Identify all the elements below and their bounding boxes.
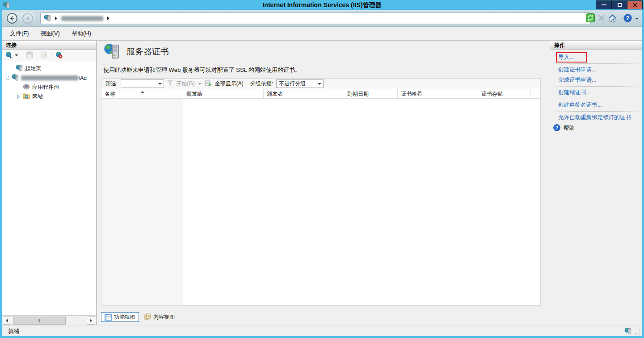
tab-features-view[interactable]: 功能视图 bbox=[101, 312, 139, 322]
sort-ascending-icon bbox=[141, 91, 144, 93]
tree-item-label: 起始页 bbox=[25, 65, 41, 72]
column-header-issued-by[interactable]: 颁发者 bbox=[264, 89, 344, 98]
column-header-name[interactable]: 名称 bbox=[101, 89, 183, 98]
forward-arrow-icon bbox=[25, 15, 31, 21]
nav-button-group bbox=[4, 12, 37, 25]
maximize-icon bbox=[618, 3, 622, 7]
disconnect-button[interactable] bbox=[55, 51, 63, 60]
column-label: 证书哈希 bbox=[401, 91, 422, 97]
filter-separator bbox=[247, 80, 247, 88]
iis-app-icon bbox=[3, 1, 10, 10]
column-header-filler bbox=[531, 89, 540, 98]
filter-caret-icon[interactable] bbox=[158, 83, 162, 85]
help-button[interactable]: ? bbox=[623, 14, 632, 24]
connections-tree: 起始页 \Ad 应用程序池 网站 bbox=[2, 62, 96, 315]
breadcrumb-arrow-icon[interactable] bbox=[55, 17, 57, 20]
action-create-self-signed-certificate[interactable]: 创建自签名证书... bbox=[550, 100, 642, 110]
certificates-list-empty[interactable] bbox=[101, 99, 540, 305]
action-label: 创建域证书... bbox=[558, 89, 591, 96]
action-complete-certificate-request[interactable]: 完成证书申请... bbox=[550, 75, 642, 85]
group-by-select[interactable]: 不进行分组 bbox=[276, 79, 324, 88]
minimize-button[interactable] bbox=[596, 0, 611, 9]
page-title: 服务器证书 bbox=[126, 46, 169, 58]
menu-file[interactable]: 文件(F) bbox=[10, 29, 29, 38]
connections-toolbar bbox=[2, 50, 96, 61]
actions-separator bbox=[550, 86, 642, 87]
column-header-cert-hash[interactable]: 证书哈希 bbox=[398, 89, 478, 98]
action-label: 导入... bbox=[558, 54, 574, 60]
title-bar: Internet Information Services (IIS)管理器 bbox=[0, 0, 644, 10]
action-create-certificate-request[interactable]: 创建证书申请... bbox=[550, 65, 642, 75]
menu-help[interactable]: 帮助(H) bbox=[72, 29, 91, 38]
action-label: 帮助 bbox=[564, 125, 575, 132]
column-header-cert-store[interactable]: 证书存储 bbox=[478, 89, 531, 98]
create-connection-button[interactable] bbox=[5, 51, 13, 60]
expander-expanded-icon[interactable] bbox=[5, 76, 9, 80]
status-bar: 就绪 bbox=[2, 325, 642, 336]
scroll-right-icon bbox=[90, 319, 92, 322]
column-label: 颁发给 bbox=[186, 91, 202, 97]
tab-label: 内容视图 bbox=[153, 313, 175, 321]
action-import[interactable]: 导入... bbox=[550, 52, 642, 63]
scroll-left-button[interactable] bbox=[3, 317, 11, 325]
address-bar-tools: ? bbox=[586, 13, 639, 24]
actions-panel-header: 操作 bbox=[550, 41, 642, 50]
tree-item-start-page[interactable]: 起始页 bbox=[2, 64, 96, 73]
content-view-icon bbox=[144, 313, 151, 321]
server-name-suffix: \Ad bbox=[79, 75, 87, 81]
certificates-list-block: 筛选: 开始(G) 全部显示(A) 分组依据: 不进行分组 bbox=[101, 78, 541, 306]
action-enable-auto-rebind[interactable]: 允许自动重新绑定续订的证书 bbox=[550, 113, 642, 123]
menu-view[interactable]: 视图(V) bbox=[41, 29, 60, 38]
action-label: 创建证书申请... bbox=[558, 67, 596, 73]
group-by-label: 分组依据: bbox=[250, 80, 273, 88]
actions-list: 导入... 创建证书申请... 完成证书申请... 创建域证书... 创建自签名… bbox=[550, 50, 642, 134]
help-dropdown-caret-icon[interactable] bbox=[635, 18, 639, 20]
refresh-button[interactable] bbox=[586, 13, 595, 24]
breadcrumb-arrow-icon[interactable] bbox=[107, 17, 109, 20]
tab-content-view[interactable]: 内容视图 bbox=[141, 312, 178, 322]
column-label: 证书存储 bbox=[481, 91, 503, 97]
horizontal-scrollbar[interactable] bbox=[2, 315, 96, 325]
group-by-caret-icon[interactable] bbox=[318, 83, 321, 85]
actions-separator bbox=[550, 63, 642, 64]
tree-item-application-pools[interactable]: 应用程序池 bbox=[2, 83, 96, 92]
save-connections-button[interactable] bbox=[26, 51, 33, 60]
toolbar-separator bbox=[620, 15, 620, 22]
maximize-button[interactable] bbox=[611, 0, 627, 9]
show-all-button[interactable]: 全部显示(A) bbox=[215, 80, 244, 88]
action-help[interactable]: ? 帮助 bbox=[550, 123, 642, 134]
menu-bar: 文件(F) 视图(V) 帮助(H) bbox=[2, 27, 642, 40]
action-label: 完成证书申请... bbox=[558, 77, 596, 83]
forward-button[interactable] bbox=[22, 13, 33, 24]
column-header-expiration[interactable]: 到期日期 bbox=[344, 89, 398, 98]
go-button[interactable]: 开始(G) bbox=[176, 80, 194, 88]
toolbar-separator bbox=[51, 52, 51, 59]
tree-item-server[interactable]: \Ad bbox=[2, 73, 96, 83]
tree-item-sites[interactable]: 网站 bbox=[2, 92, 96, 101]
go-caret-icon[interactable] bbox=[198, 83, 202, 85]
scroll-right-button[interactable] bbox=[87, 317, 95, 325]
breadcrumb[interactable] bbox=[40, 13, 591, 24]
scrollbar-thumb[interactable] bbox=[13, 317, 66, 325]
iis-server-icon bbox=[12, 74, 19, 82]
tree-item-label: 网站 bbox=[32, 93, 43, 100]
resize-grip[interactable] bbox=[634, 328, 640, 334]
help-icon: ? bbox=[553, 124, 560, 133]
expander-collapsed-icon[interactable] bbox=[17, 95, 21, 99]
page-description: 使用此功能来申请和管理 Web 服务器可以对配置了 SSL 的网站使用的证书。 bbox=[103, 66, 301, 74]
back-button[interactable] bbox=[7, 13, 17, 24]
close-button[interactable] bbox=[627, 0, 643, 9]
breadcrumb-server-name-redacted[interactable] bbox=[61, 16, 103, 21]
scroll-left-icon bbox=[6, 319, 8, 322]
filter-label: 筛选: bbox=[105, 80, 118, 88]
actions-separator bbox=[550, 111, 642, 112]
home-button[interactable] bbox=[608, 14, 617, 23]
server-certificates-panel: 服务器证书 使用此功能来申请和管理 Web 服务器可以对配置了 SSL 的网站使… bbox=[97, 41, 550, 325]
action-create-domain-certificate[interactable]: 创建域证书... bbox=[550, 88, 642, 98]
stop-button[interactable] bbox=[598, 14, 605, 23]
rename-button[interactable] bbox=[41, 51, 47, 60]
filter-input[interactable] bbox=[121, 79, 164, 88]
create-connection-caret-icon[interactable] bbox=[15, 54, 18, 56]
iis-manager-window: { "window": { "title": "Internet Informa… bbox=[0, 0, 644, 338]
column-header-issued-to[interactable]: 颁发给 bbox=[183, 89, 264, 98]
